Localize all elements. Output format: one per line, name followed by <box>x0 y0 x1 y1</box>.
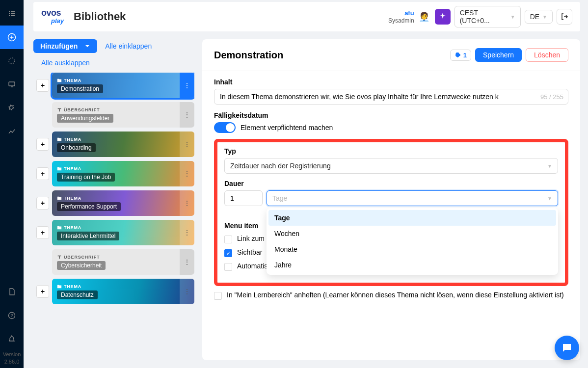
tree-theme-card[interactable]: THEMATraining on the Job⋮ <box>52 161 194 186</box>
dropdown-option[interactable]: Tage <box>268 210 556 226</box>
logout-button[interactable] <box>557 9 572 25</box>
chat-fab[interactable] <box>555 336 579 360</box>
brain-badge[interactable]: 1 <box>450 50 471 61</box>
check-link[interactable] <box>224 236 232 243</box>
page-title: Bibliothek <box>74 10 126 23</box>
tree-add-button[interactable]: + <box>36 226 49 239</box>
user-role: Sysadmin <box>388 17 414 24</box>
user-name: afu <box>388 9 414 17</box>
card-menu-button[interactable]: ⋮ <box>180 279 194 304</box>
mandatory-label: Element verpflichtend machen <box>241 124 333 131</box>
dropdown-option[interactable]: Monate <box>268 241 556 257</box>
dauer-unit-select[interactable]: Tage▼ <box>267 190 558 206</box>
svg-rect-2 <box>9 82 15 86</box>
card-menu-button[interactable]: ⋮ <box>180 73 194 98</box>
dauer-label: Dauer <box>224 180 558 187</box>
logo: ovos play <box>41 9 64 24</box>
tree-add-button[interactable]: + <box>36 197 49 210</box>
detail-panel: Demonstration 1 Speichern Löschen Inhalt… <box>202 39 580 360</box>
dauer-unit-dropdown: TageWochenMonateJahre <box>267 208 558 275</box>
rail-help[interactable]: ? <box>0 304 24 327</box>
panel-title: Demonstration <box>214 50 446 61</box>
timezone-select[interactable]: CEST (UTC+0...▼ <box>454 6 521 27</box>
rail-menu[interactable] <box>0 2 24 26</box>
tree-theme-card[interactable]: THEMAPerformance Support⋮ <box>52 190 194 216</box>
save-button[interactable]: Speichern <box>475 48 522 62</box>
tree-add-button[interactable]: + <box>36 79 49 92</box>
version-info: Version 2.86.0 <box>3 351 21 368</box>
svg-text:?: ? <box>10 313 13 318</box>
rail-add[interactable] <box>0 26 24 49</box>
user-block[interactable]: afu Sysadmin 🧑‍💼 <box>388 9 431 24</box>
card-menu-button[interactable]: ⋮ <box>180 102 194 128</box>
chevron-down-icon: ▼ <box>510 14 515 20</box>
nav-rail: ? Version 2.86.0 <box>0 0 24 368</box>
check-pin[interactable] <box>214 292 222 300</box>
card-menu-button[interactable]: ⋮ <box>180 220 194 245</box>
tree-heading-card[interactable]: ÜBERSCHRIFTAnwendungsfelder⋮ <box>52 102 194 128</box>
card-menu-button[interactable]: ⋮ <box>180 190 194 216</box>
mandatory-toggle[interactable] <box>214 122 236 133</box>
inhalt-label: Inhalt <box>214 78 568 86</box>
tree-heading-card[interactable]: ÜBERSCHRIFTCybersicherheit⋮ <box>52 249 194 275</box>
inhalt-input[interactable] <box>214 89 568 105</box>
tree-theme-card[interactable]: THEMAInteraktive Lehrmittel⋮ <box>52 220 194 245</box>
language-select[interactable]: DE▼ <box>525 10 553 24</box>
due-label: Fälligkeitsdatum <box>214 111 568 119</box>
card-menu-button[interactable]: ⋮ <box>180 131 194 157</box>
tree-theme-card[interactable]: THEMADatenschutz⋮ <box>52 279 194 304</box>
avatar: 🧑‍💼 <box>417 10 431 24</box>
char-count: 95 / 255 <box>540 93 563 101</box>
rail-analytics[interactable] <box>0 120 24 143</box>
brain-icon <box>454 52 461 58</box>
typ-label: Typ <box>224 147 558 155</box>
check-email[interactable] <box>224 263 232 271</box>
expand-all-link[interactable]: Alle ausklappen <box>41 59 194 67</box>
tree-add-button[interactable]: + <box>36 167 49 180</box>
rail-settings[interactable] <box>0 96 24 120</box>
svg-point-1 <box>9 58 15 64</box>
tree-add-button[interactable]: + <box>36 285 49 298</box>
highlight-box: Typ Zeitdauer nach der Registrierung▼ Da… <box>214 139 568 286</box>
rail-chat[interactable] <box>0 49 24 73</box>
card-menu-button[interactable]: ⋮ <box>180 161 194 186</box>
chevron-down-icon: ▼ <box>547 196 552 201</box>
chevron-down-icon: ▼ <box>542 14 547 20</box>
chevron-down-icon <box>84 43 90 49</box>
tree-theme-card[interactable]: THEMAOnboarding⋮ <box>52 131 194 157</box>
topbar: ovos play Bibliothek afu Sysadmin 🧑‍💼 CE… <box>33 2 580 31</box>
tree-theme-card[interactable]: THEMADemonstration⋮ <box>52 73 194 98</box>
ai-sparkle-button[interactable] <box>435 9 451 25</box>
rail-document[interactable] <box>0 280 24 304</box>
tree-panel: Hinzufügen Alle einklappen Alle ausklapp… <box>33 39 194 360</box>
dropdown-option[interactable]: Jahre <box>268 257 556 273</box>
tree-add-button[interactable]: + <box>36 138 49 151</box>
chevron-down-icon: ▼ <box>547 163 552 169</box>
dauer-number-input[interactable] <box>224 190 263 206</box>
dropdown-option[interactable]: Wochen <box>268 226 556 241</box>
collapse-all-link[interactable]: Alle einklappen <box>105 42 152 50</box>
typ-select[interactable]: Zeitdauer nach der Registrierung▼ <box>224 158 558 174</box>
check-visible[interactable]: ✓ <box>224 249 232 257</box>
card-menu-button[interactable]: ⋮ <box>180 249 194 275</box>
add-button[interactable]: Hinzufügen <box>33 39 97 53</box>
rail-notify[interactable] <box>0 327 24 351</box>
delete-button[interactable]: Löschen <box>526 48 568 62</box>
rail-display[interactable] <box>0 73 24 96</box>
